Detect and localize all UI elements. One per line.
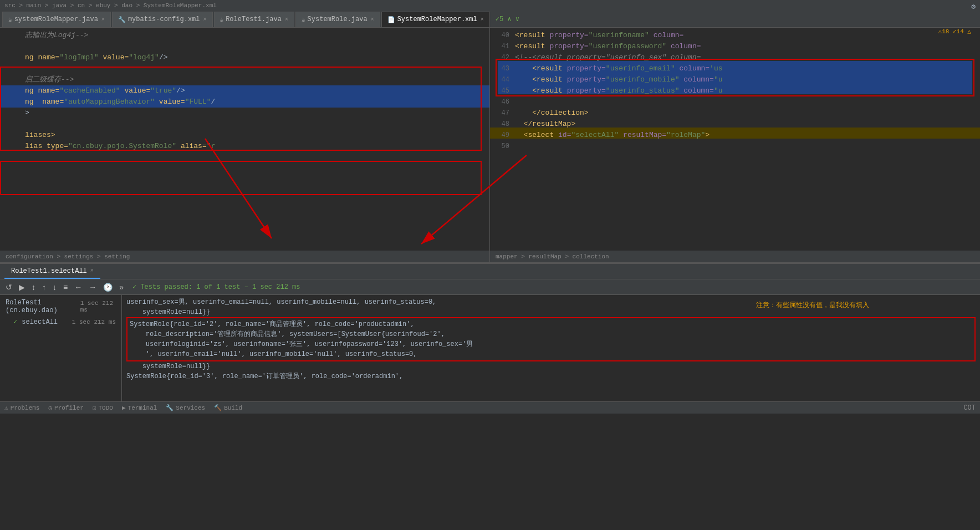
- java-icon-3: ☕: [302, 16, 305, 23]
- close-tab-0[interactable]: ×: [101, 17, 105, 23]
- left-pane: 志输出为Log4j--> ng name="logImpl" value="lo…: [0, 28, 490, 263]
- right-code-line-47: 47 </collection>: [490, 108, 980, 119]
- left-code-area[interactable]: 志输出为Log4j--> ng name="logImpl" value="lo…: [0, 28, 489, 251]
- settings-btn[interactable]: ⚙: [971, 2, 976, 11]
- rerun-btn[interactable]: ▶: [17, 282, 27, 293]
- right-code-line-46: 46: [490, 96, 980, 108]
- right-pane: ⚠18 ✓14 △ 40 <result property="userinfon…: [490, 28, 980, 263]
- services-icon: 🔧: [166, 404, 173, 411]
- right-code-area[interactable]: ⚠18 ✓14 △ 40 <result property="userinfon…: [490, 28, 980, 251]
- services-item[interactable]: 🔧 Services: [166, 404, 205, 411]
- problems-icon: ⚠: [4, 404, 8, 411]
- code-line: 启二级缓存-->: [0, 74, 489, 85]
- output-line-4: role_description='管理所有的商品信息', systemUser…: [130, 329, 972, 339]
- right-code-line-48: 48 </resultMap>: [490, 119, 980, 130]
- bottom-tab-bar: RoleTest1.selectAll × ⚙: [0, 264, 980, 279]
- profiler-label: Profiler: [54, 405, 84, 411]
- tab-systemrolemapper-xml[interactable]: 📄 SystemRoleMapper.xml ×: [381, 12, 490, 27]
- right-code-line-44: 44 <result property="userinfo_mobile" co…: [490, 74, 980, 85]
- tab-roletest1-selectall[interactable]: RoleTest1.selectAll ×: [4, 264, 100, 279]
- more-btn[interactable]: »: [117, 282, 126, 293]
- xml-icon: 📄: [387, 16, 395, 23]
- code-line: 志输出为Log4j-->: [0, 30, 489, 41]
- java-icon-2: ☕: [220, 16, 224, 23]
- right-code-line-45: 45 <result property="userinfo_status" co…: [490, 85, 980, 96]
- cot-label: COT: [963, 404, 976, 412]
- services-label: Services: [176, 405, 205, 411]
- sort-desc-btn[interactable]: ↓: [50, 282, 59, 293]
- right-code-line-50: 50: [490, 141, 980, 152]
- right-breadcrumb: mapper > resultMap > collection: [490, 251, 980, 263]
- sort-asc-btn[interactable]: ↑: [40, 282, 48, 293]
- editor-area: 志输出为Log4j--> ng name="logImpl" value="lo…: [0, 28, 980, 263]
- tree-item-time: 1 sec 212 ms: [80, 300, 116, 313]
- status-bar: ⚠ Problems ◷ Profiler ☑ TODO ▶ Terminal …: [0, 401, 980, 414]
- tab-systemrole[interactable]: ☕ SystemRole.java ×: [295, 12, 380, 27]
- terminal-item[interactable]: ▶ Terminal: [122, 404, 157, 411]
- problems-label: Problems: [11, 405, 40, 411]
- clock-btn[interactable]: 🕐: [101, 282, 115, 293]
- todo-label: TODO: [99, 405, 113, 411]
- config-icon: 🔧: [118, 16, 126, 23]
- tree-item-selectall-time: 1 sec 212 ms: [72, 319, 116, 325]
- test-status: ✓ Tests passed: 1 of 1 test – 1 sec 212 …: [132, 283, 300, 291]
- todo-icon: ☑: [93, 404, 96, 411]
- code-line-highlighted: ng name="cacheEnabled" value="true"/>: [0, 85, 489, 96]
- warnings-counter: ✓5 ∧ ∨: [496, 15, 519, 23]
- output-line-5: userinfologinid='zs', userinfoname='张三',…: [130, 339, 972, 349]
- code-line: [0, 41, 489, 52]
- right-code-line-42: 42 <!--<result property="userinfo_sex" c…: [490, 52, 980, 63]
- output-red-border: SystemRole{role_id='2', role_name='商品管理员…: [126, 317, 976, 361]
- restart-btn[interactable]: ↺: [3, 282, 14, 293]
- tree-item-roletest1[interactable]: RoleTest1 (cn.ebuy.dao) 1 sec 212 ms: [0, 297, 121, 316]
- terminal-label: Terminal: [128, 405, 157, 411]
- tree-item-selectall-name: selectAll: [22, 318, 58, 326]
- output-line-7: systemRole=null}}: [126, 361, 976, 371]
- tab-systemrolemapper-java[interactable]: ☕ systemRoleMapper.java ×: [2, 12, 111, 27]
- output-line-3: SystemRole{role_id='2', role_name='商品管理员…: [130, 319, 972, 329]
- code-line-highlighted-2: ng name="autoMappingBehavior" value="FUL…: [0, 96, 489, 108]
- tab-bar: ☕ systemRoleMapper.java × 🔧 mybatis-conf…: [0, 11, 980, 28]
- code-line: ng name="logImpl" value="log4j"/>: [0, 52, 489, 63]
- problems-item[interactable]: ⚠ Problems: [4, 404, 39, 411]
- code-line: [0, 119, 489, 130]
- bottom-content: RoleTest1 (cn.ebuy.dao) 1 sec 212 ms ✓ s…: [0, 295, 980, 401]
- output-line-6: ', userinfo_email='null', userinfo_mobil…: [130, 349, 972, 359]
- build-icon: 🔨: [214, 404, 222, 411]
- java-icon: ☕: [8, 16, 12, 23]
- output-box-wrapper: SystemRole{role_id='2', role_name='商品管理员…: [126, 317, 976, 361]
- left-breadcrumb: configuration > settings > setting: [0, 251, 489, 263]
- profiler-icon: ◷: [48, 404, 52, 411]
- tree-item-name: RoleTest1 (cn.ebuy.dao): [6, 299, 80, 314]
- tab-mybatis-config[interactable]: 🔧 mybatis-config.xml ×: [112, 12, 213, 27]
- close-bottom-tab[interactable]: ×: [90, 268, 94, 274]
- file-path: src > main > java > cn > ebuy > dao > Sy…: [0, 0, 980, 11]
- right-code-line-41: 41 <result property="userinfopassword" c…: [490, 41, 980, 52]
- test-output[interactable]: 注意：有些属性没有值，是我没有填入 userinfo_sex=男, userin…: [122, 295, 980, 401]
- output-line-8: SystemRole{role_id='3', role_name='订单管理员…: [126, 371, 976, 381]
- sort-alpha-btn[interactable]: ↕: [29, 282, 38, 293]
- close-tab-1[interactable]: ×: [203, 17, 207, 23]
- note-annotation: 注意：有些属性没有值，是我没有填入: [756, 300, 869, 310]
- close-tab-3[interactable]: ×: [371, 17, 374, 23]
- left-red-box-bottom: [0, 161, 482, 195]
- tab-roletest1[interactable]: ☕ RoleTest1.java ×: [214, 12, 294, 27]
- terminal-icon: ▶: [122, 404, 126, 411]
- close-tab-4[interactable]: ×: [481, 17, 484, 23]
- todo-item[interactable]: ☑ TODO: [93, 404, 113, 411]
- build-label: Build: [224, 405, 242, 411]
- prev-btn[interactable]: ←: [72, 282, 84, 293]
- right-code-line-49: 49 <select id="selectAll" resultMap="rol…: [490, 130, 980, 141]
- right-code-line-40: 40 <result property="userinfoname" colum…: [490, 30, 980, 41]
- code-line: liases>: [0, 130, 489, 141]
- tree-item-selectall[interactable]: ✓ selectAll 1 sec 212 ms: [0, 316, 121, 328]
- filter-btn[interactable]: ≡: [61, 282, 70, 293]
- right-code-line-43: 43 <result property="userinfo_email" col…: [490, 63, 980, 74]
- build-item[interactable]: 🔨 Build: [214, 404, 242, 411]
- close-tab-2[interactable]: ×: [285, 17, 288, 23]
- check-icon: ✓: [13, 318, 17, 326]
- profiler-item[interactable]: ◷ Profiler: [48, 404, 83, 411]
- bottom-toolbar: ↺ ▶ ↕ ↑ ↓ ≡ ← → 🕐 » ✓ Tests passed: 1 of…: [0, 279, 980, 295]
- next-btn[interactable]: →: [86, 282, 99, 293]
- code-line: [0, 63, 489, 74]
